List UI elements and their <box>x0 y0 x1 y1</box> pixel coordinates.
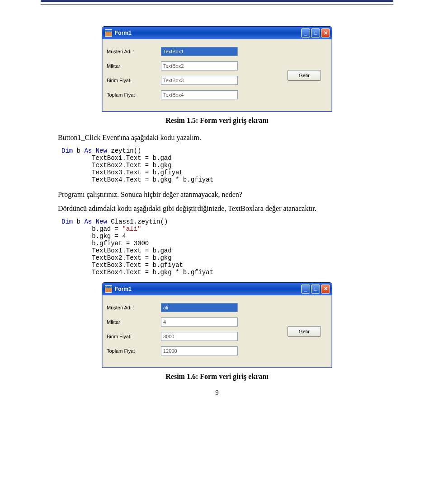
kw-dim2: Dim <box>61 218 73 225</box>
para-step4: Dördüncü adımdaki kodu aşağıdaki gibi de… <box>41 204 393 214</box>
kw-new: New <box>96 147 107 154</box>
label-toplamfiyat: Toplam Fiyat <box>107 92 161 98</box>
client-area: Müşteri Adı : TextBox1 Miktarı TextBox2 … <box>102 39 332 112</box>
label-birimfiyati: Birim Fiyatı <box>107 78 161 83</box>
maximize-button[interactable]: □ <box>311 28 320 37</box>
figure-caption-2: Resim 1.6: Form veri giriş ekranı <box>41 373 393 381</box>
label-toplamfiyat-2: Toplam Fiyat <box>107 348 161 354</box>
textbox3-input-2[interactable]: 3000 <box>161 332 238 341</box>
figure-caption-1: Resim 1.5: Form veri giriş ekranı <box>41 117 393 125</box>
titlebar-2[interactable]: Form1 _ □ ✕ <box>102 283 332 295</box>
form1-window: Form1 _ □ ✕ Müşteri Adı : TextBox1 Mikta… <box>102 26 332 112</box>
window-title: Form1 <box>115 30 301 36</box>
maximize-button[interactable]: □ <box>311 285 320 294</box>
textbox4-input[interactable]: TextBox4 <box>161 90 238 99</box>
titlebar[interactable]: Form1 _ □ ✕ <box>102 27 332 39</box>
close-button[interactable]: ✕ <box>321 28 330 37</box>
page-number: 9 <box>41 389 393 397</box>
window-title-2: Form1 <box>115 286 301 292</box>
string-ali: "ali" <box>122 225 141 233</box>
para-run: Programı çalıştırınız. Sonuca hiçbir değ… <box>41 190 393 200</box>
label-birimfiyati-2: Birim Fiyatı <box>107 334 161 339</box>
form-icon <box>105 285 112 293</box>
client-area-2: Müşteri Adı : ali Miktarı 4 Birim Fiyatı… <box>102 295 332 368</box>
getir-button-2[interactable]: Getir <box>288 326 321 337</box>
form-icon <box>105 29 112 37</box>
textbox1-input[interactable]: TextBox1 <box>161 47 238 56</box>
minimize-button[interactable]: _ <box>301 285 310 294</box>
kw-as: As <box>84 147 92 154</box>
form1-window-2: Form1 _ □ ✕ Müşteri Adı : ali Miktarı 4 … <box>102 282 332 368</box>
document-top-rule <box>41 0 393 5</box>
code-block-1: Dim b As New zeytin() TextBox1.Text = b.… <box>61 147 393 183</box>
kw-as2: As <box>84 218 92 225</box>
textbox4-input-2[interactable]: 12000 <box>161 346 238 355</box>
textbox2-input-2[interactable]: 4 <box>161 317 238 327</box>
textbox2-input[interactable]: TextBox2 <box>161 61 238 70</box>
minimize-button[interactable]: _ <box>301 28 310 37</box>
getir-button[interactable]: Getir <box>288 70 321 81</box>
kw-dim: Dim <box>61 147 73 154</box>
textbox1-input-2[interactable]: ali <box>161 303 238 312</box>
close-button[interactable]: ✕ <box>321 285 330 294</box>
label-musteri-2: Müşteri Adı : <box>107 305 161 310</box>
label-miktari: Miktarı <box>107 63 161 69</box>
label-musteri: Müşteri Adı : <box>107 49 161 54</box>
kw-new2: New <box>96 218 107 225</box>
para-button1-click: Button1_Click Event'ına aşağıdaki kodu y… <box>41 133 393 143</box>
code-block-2: Dim b As New Class1.zeytin() b.gad = "al… <box>61 218 393 276</box>
textbox3-input[interactable]: TextBox3 <box>161 76 238 85</box>
label-miktari-2: Miktarı <box>107 319 161 325</box>
